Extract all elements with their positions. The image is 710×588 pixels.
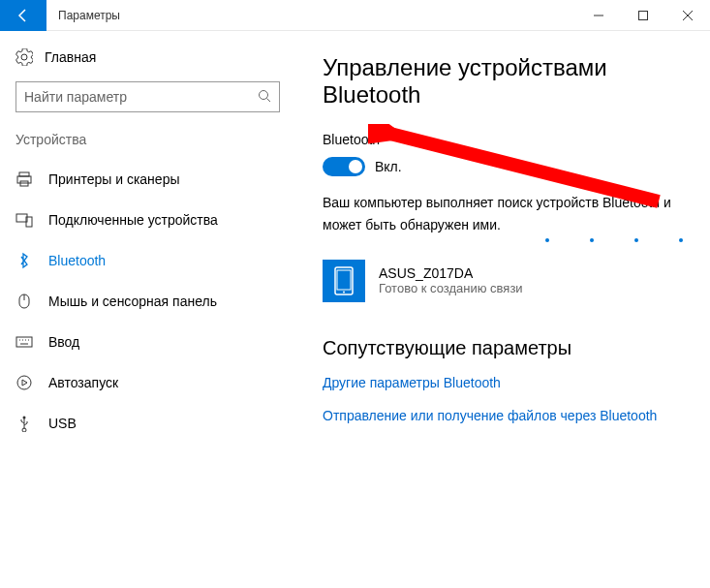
search-icon bbox=[258, 89, 271, 106]
link-more-bluetooth[interactable]: Другие параметры Bluetooth bbox=[323, 375, 691, 390]
svg-rect-24 bbox=[337, 270, 351, 290]
autoplay-icon bbox=[15, 374, 33, 391]
bluetooth-label: Bluetooth bbox=[323, 132, 691, 147]
minimize-button[interactable] bbox=[576, 0, 621, 31]
nav-label: Ввод bbox=[48, 334, 79, 350]
nav-printers[interactable]: Принтеры и сканеры bbox=[0, 159, 295, 200]
phone-icon bbox=[323, 260, 365, 302]
svg-rect-23 bbox=[335, 267, 353, 294]
nav-connected-devices[interactable]: Подключенные устройства bbox=[0, 200, 295, 240]
nav-bluetooth[interactable]: Bluetooth bbox=[0, 240, 295, 281]
keyboard-icon bbox=[15, 333, 33, 351]
maximize-button[interactable] bbox=[621, 0, 665, 31]
nav-mouse[interactable]: Мышь и сенсорная панель bbox=[0, 281, 295, 322]
bluetooth-description-line1: Ваш компьютер выполняет поиск устройств … bbox=[323, 194, 691, 212]
svg-point-25 bbox=[343, 291, 345, 293]
sidebar: Главная Найти параметр Устройства Принте… bbox=[0, 31, 295, 588]
main-content: Управление устройствами Bluetooth Blueto… bbox=[295, 31, 710, 588]
close-button[interactable] bbox=[665, 0, 710, 31]
search-placeholder: Найти параметр bbox=[24, 89, 127, 105]
search-input[interactable]: Найти параметр bbox=[15, 81, 280, 112]
nav-label: Подключенные устройства bbox=[48, 212, 218, 228]
svg-rect-13 bbox=[16, 337, 32, 347]
toggle-state: Вкл. bbox=[375, 159, 402, 174]
svg-rect-1 bbox=[639, 11, 648, 19]
svg-rect-6 bbox=[19, 172, 29, 176]
nav-label: Автозапуск bbox=[48, 375, 118, 390]
printer-icon bbox=[15, 170, 33, 188]
svg-point-19 bbox=[17, 376, 31, 389]
nav-label: USB bbox=[48, 416, 77, 431]
titlebar: Параметры bbox=[0, 0, 710, 31]
link-send-receive-files[interactable]: Отправление или получение файлов через B… bbox=[323, 408, 691, 423]
nav-label: Bluetooth bbox=[48, 253, 106, 268]
searching-indicator bbox=[323, 238, 691, 242]
window-controls bbox=[576, 0, 710, 31]
mouse-icon bbox=[15, 293, 33, 310]
nav-autoplay[interactable]: Автозапуск bbox=[0, 362, 295, 403]
back-button[interactable] bbox=[0, 0, 46, 31]
home-label: Главная bbox=[45, 49, 96, 65]
usb-icon bbox=[15, 415, 33, 432]
nav-typing[interactable]: Ввод bbox=[0, 322, 295, 362]
devices-icon bbox=[15, 211, 33, 229]
bluetooth-toggle[interactable] bbox=[323, 157, 365, 176]
arrow-left-icon bbox=[15, 8, 31, 23]
bluetooth-icon bbox=[15, 252, 33, 269]
device-name: ASUS_Z017DA bbox=[379, 265, 523, 281]
bluetooth-description-line2: может быть обнаружен ими. bbox=[323, 216, 691, 234]
window-title: Параметры bbox=[46, 9, 576, 22]
nav-usb[interactable]: USB bbox=[0, 403, 295, 444]
nav-label: Принтеры и сканеры bbox=[48, 171, 179, 187]
page-title: Управление устройствами Bluetooth bbox=[323, 54, 691, 108]
gear-icon bbox=[15, 48, 33, 66]
svg-point-4 bbox=[260, 90, 268, 99]
device-item[interactable]: ASUS_Z017DA Готово к созданию связи bbox=[323, 260, 691, 302]
nav-label: Мышь и сенсорная панель bbox=[48, 294, 217, 309]
section-label: Устройства bbox=[0, 132, 295, 159]
svg-rect-9 bbox=[16, 214, 27, 222]
svg-rect-7 bbox=[17, 176, 31, 183]
home-button[interactable]: Главная bbox=[0, 48, 295, 81]
device-status: Готово к созданию связи bbox=[379, 281, 523, 295]
svg-line-5 bbox=[267, 98, 271, 102]
related-title: Сопутствующие параметры bbox=[323, 337, 691, 359]
